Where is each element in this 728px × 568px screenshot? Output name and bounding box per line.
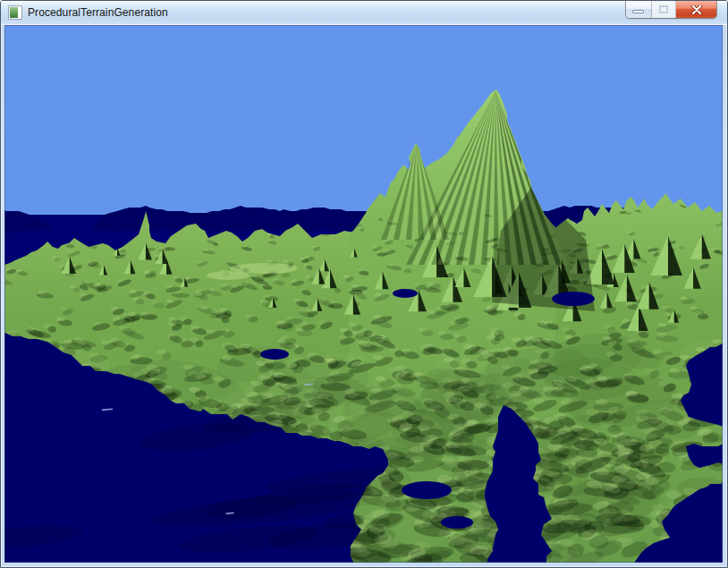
window-title: ProceduralTerrainGeneration [28, 6, 168, 19]
minimize-icon [632, 10, 644, 13]
app-icon-picture [10, 7, 18, 18]
maximize-icon [659, 5, 668, 13]
terrain-viewport[interactable] [4, 25, 723, 563]
maximize-button [652, 1, 676, 18]
app-icon[interactable] [8, 5, 22, 20]
close-icon [691, 5, 702, 14]
close-button[interactable] [676, 1, 716, 18]
app-window: ProceduralTerrainGeneration [0, 0, 728, 568]
render-area [4, 25, 723, 563]
app-icon-page [18, 7, 21, 18]
screenshot-root: ProceduralTerrainGeneration [0, 0, 728, 568]
minimize-button[interactable] [626, 1, 652, 18]
title-bar[interactable]: ProceduralTerrainGeneration [1, 1, 727, 25]
caption-buttons [626, 1, 716, 18]
